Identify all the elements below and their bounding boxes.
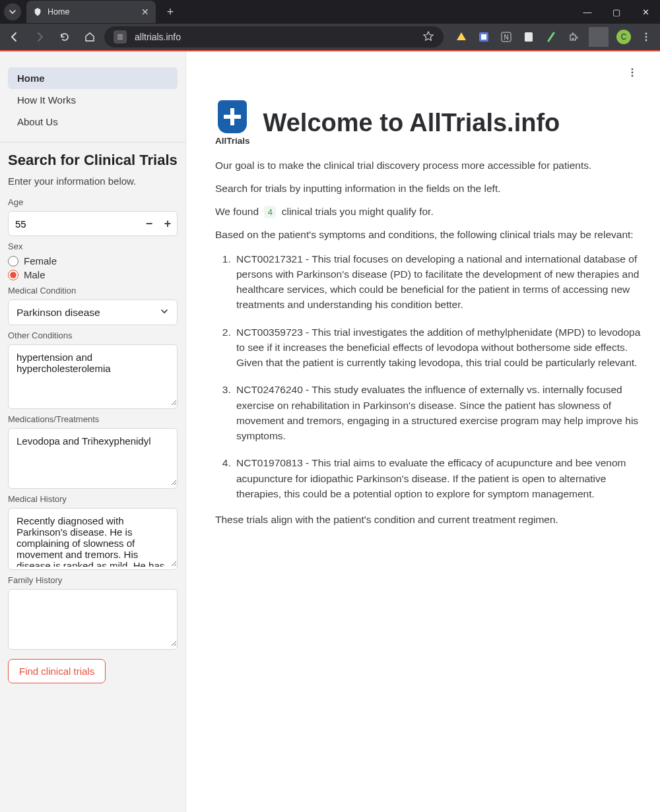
- found-prefix: We found: [215, 206, 259, 217]
- browser-title-bar: Home ✕ + — ▢ ✕: [0, 0, 660, 24]
- other-conditions-input[interactable]: [9, 345, 177, 406]
- close-window-button[interactable]: ✕: [631, 0, 660, 24]
- tab-favicon-icon: [33, 7, 42, 16]
- sidebar: Home How It Works About Us Search for Cl…: [0, 51, 186, 812]
- sex-female-radio[interactable]: [8, 256, 18, 266]
- results-list: NCT00217321 - This trial focuses on deve…: [230, 251, 642, 502]
- condition-select-wrap: Parkinson disease: [8, 299, 178, 325]
- page-menu-button[interactable]: [623, 63, 642, 82]
- find-trials-button[interactable]: Find clinical trials: [8, 659, 106, 683]
- medications-label: Medications/Treatments: [8, 414, 178, 424]
- avatar: C: [616, 30, 631, 44]
- svg-point-8: [632, 69, 634, 71]
- tab-close-button[interactable]: ✕: [141, 7, 149, 17]
- extension-4-icon[interactable]: [519, 27, 539, 47]
- svg-rect-4: [525, 32, 533, 42]
- family-history-label: Family History: [8, 575, 178, 585]
- profile-button[interactable]: C: [614, 27, 634, 47]
- logo-text: AllTrials: [215, 136, 250, 146]
- extension-2-icon[interactable]: [474, 27, 494, 47]
- extension-icons: N C: [447, 27, 656, 47]
- sex-male-option[interactable]: Male: [8, 269, 178, 280]
- back-button[interactable]: [4, 26, 25, 47]
- sex-label: Sex: [8, 241, 178, 251]
- forward-button[interactable]: [29, 26, 50, 47]
- age-label: Age: [8, 197, 178, 207]
- other-conditions-label: Other Conditions: [8, 330, 178, 340]
- history-label: Medical History: [8, 494, 178, 504]
- home-icon: [84, 31, 96, 43]
- relevance-line: Based on the patient's symptoms and cond…: [215, 228, 642, 242]
- sidebar-divider: [0, 142, 185, 142]
- nav-label: Home: [17, 73, 45, 84]
- svg-point-6: [645, 36, 647, 38]
- extensions-button[interactable]: [564, 27, 583, 47]
- age-decrement-button[interactable]: −: [141, 215, 158, 232]
- svg-point-5: [645, 33, 647, 35]
- medications-input[interactable]: [9, 429, 177, 485]
- browser-toolbar: alltrials.info N C: [0, 24, 660, 50]
- extension-3-icon[interactable]: N: [496, 27, 516, 47]
- kebab-icon: [627, 67, 638, 78]
- new-tab-button[interactable]: +: [162, 4, 178, 20]
- result-item: NCT00359723 - This trial investigates th…: [234, 325, 642, 371]
- maximize-button[interactable]: ▢: [602, 0, 631, 24]
- sex-male-label: Male: [24, 269, 46, 280]
- age-input[interactable]: [15, 218, 141, 230]
- sex-female-label: Female: [24, 255, 57, 266]
- condition-select[interactable]: Parkinson disease: [9, 300, 177, 325]
- arrow-left-icon: [9, 31, 20, 43]
- svg-point-9: [632, 72, 634, 74]
- intro-paragraph-1: Our goal is to make the clinical trial d…: [215, 159, 642, 173]
- svg-point-10: [632, 75, 634, 77]
- nav-about-us[interactable]: About Us: [8, 111, 178, 133]
- result-item: NCT01970813 - This trial aims to evaluat…: [234, 455, 642, 501]
- main-content: AllTrials Welcome to AllTrials.info Our …: [186, 51, 660, 812]
- sex-male-radio[interactable]: [8, 270, 18, 280]
- tune-icon: [116, 33, 124, 41]
- search-subheading: Enter your information below.: [8, 175, 178, 187]
- address-bar[interactable]: alltrials.info: [104, 26, 444, 47]
- reload-button[interactable]: [54, 26, 75, 47]
- shield-icon: [218, 100, 247, 133]
- search-heading: Search for Clinical Trials: [8, 152, 178, 169]
- found-count: 4: [264, 206, 276, 219]
- age-field: − +: [8, 211, 178, 236]
- browser-menu-button[interactable]: [636, 27, 656, 47]
- nav-list: Home How It Works About Us: [8, 61, 178, 138]
- svg-text:N: N: [504, 34, 508, 41]
- search-tabs-button[interactable]: [4, 3, 21, 20]
- bookmark-button[interactable]: [422, 30, 434, 44]
- svg-rect-1: [481, 34, 486, 40]
- logo: AllTrials: [215, 100, 250, 146]
- page-root: Home How It Works About Us Search for Cl…: [0, 50, 660, 812]
- found-line: We found 4 clinical trials you might qua…: [215, 205, 642, 219]
- reload-icon: [59, 31, 71, 43]
- svg-point-7: [645, 40, 647, 42]
- toolbar-divider: [589, 27, 609, 47]
- site-info-button[interactable]: [114, 30, 127, 44]
- extension-1-icon[interactable]: [451, 27, 471, 47]
- nav-home[interactable]: Home: [8, 67, 178, 89]
- result-item: NCT02476240 - This study evaluates the i…: [234, 382, 642, 443]
- arrow-right-icon: [34, 31, 46, 43]
- nav-how-it-works[interactable]: How It Works: [8, 89, 178, 111]
- found-suffix: clinical trials you might qualify for.: [282, 206, 434, 217]
- sex-female-option[interactable]: Female: [8, 255, 178, 266]
- result-item: NCT00217321 - This trial focuses on deve…: [234, 251, 642, 313]
- page-title: Welcome to AllTrials.info: [263, 109, 560, 137]
- history-input[interactable]: [9, 509, 177, 567]
- minimize-button[interactable]: —: [573, 0, 602, 24]
- extension-5-icon[interactable]: [541, 27, 561, 47]
- closing-line: These trials align with the patient's co…: [215, 513, 642, 527]
- home-button[interactable]: [79, 26, 100, 47]
- star-icon: [422, 30, 434, 42]
- age-increment-button[interactable]: +: [159, 215, 176, 232]
- browser-tab[interactable]: Home ✕: [26, 1, 156, 23]
- puzzle-icon: [568, 32, 579, 42]
- nav-label: About Us: [17, 116, 58, 127]
- family-history-input[interactable]: [9, 590, 177, 646]
- hero: AllTrials Welcome to AllTrials.info: [215, 100, 642, 146]
- condition-label: Medical Condition: [8, 286, 178, 296]
- find-trials-label: Find clinical trials: [19, 666, 94, 677]
